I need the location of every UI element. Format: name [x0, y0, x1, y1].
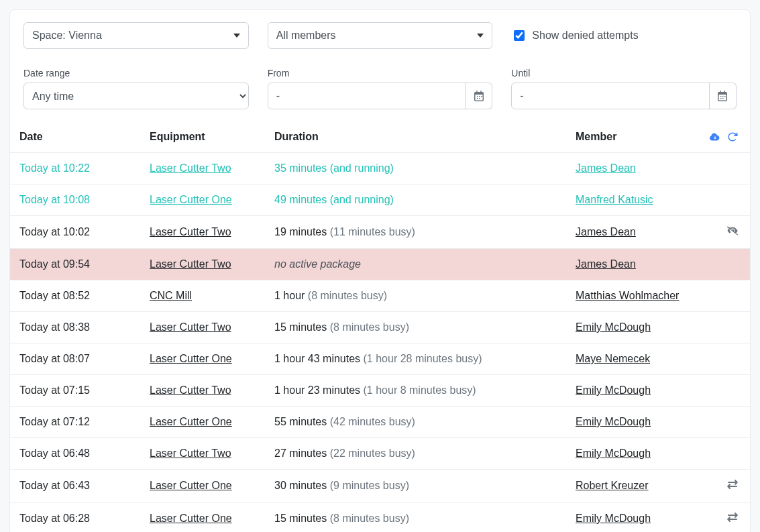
- equipment-cell: Laser Cutter Two: [142, 153, 266, 184]
- member-link[interactable]: James Dean: [576, 258, 636, 270]
- equipment-cell: Laser Cutter Two: [142, 312, 266, 343]
- equipment-cell: Laser Cutter One: [142, 407, 266, 438]
- duration-cell: 1 hour 23 minutes (1 hour 8 minutes busy…: [266, 375, 567, 407]
- member-link[interactable]: Emily McDough: [576, 384, 651, 396]
- filters-row-1: Space: Vienna All members Show denied at…: [10, 22, 750, 121]
- from-calendar-button[interactable]: [466, 83, 492, 109]
- date-cell: Today at 08:07: [10, 343, 142, 375]
- date-cell: Today at 07:15: [10, 375, 142, 407]
- until-label: Until: [511, 68, 737, 78]
- member-link[interactable]: Maye Nemecek: [576, 353, 650, 364]
- show-denied-label[interactable]: Show denied attempts: [532, 30, 638, 42]
- table-row: Today at 06:28Laser Cutter One15 minutes…: [10, 502, 750, 533]
- equipment-link[interactable]: Laser Cutter One: [150, 513, 232, 524]
- actions-cell: [702, 216, 750, 249]
- equipment-link[interactable]: Laser Cutter Two: [150, 384, 231, 396]
- equipment-cell: CNC Mill: [142, 280, 266, 312]
- daterange-label: Date range: [23, 68, 249, 78]
- members-select[interactable]: All members: [268, 22, 493, 49]
- actions-cell: [702, 249, 750, 280]
- activity-table: Date Equipment Duration Member Today at …: [10, 121, 750, 532]
- equipment-link[interactable]: Laser Cutter One: [150, 353, 232, 364]
- equipment-link[interactable]: Laser Cutter One: [150, 480, 232, 491]
- member-cell: Matthias Wohlmacher: [567, 280, 702, 312]
- table-row: Today at 06:48Laser Cutter Two27 minutes…: [10, 438, 750, 470]
- actions-cell: [702, 407, 750, 438]
- member-link[interactable]: Emily McDough: [576, 447, 651, 459]
- from-input[interactable]: [268, 83, 466, 109]
- duration-cell: 19 minutes (11 minutes busy): [266, 216, 567, 249]
- actions-cell: [702, 280, 750, 312]
- equipment-cell: Laser Cutter One: [142, 502, 266, 533]
- col-equipment-header: Equipment: [142, 121, 266, 153]
- equipment-cell: Laser Cutter Two: [142, 249, 266, 280]
- equipment-link[interactable]: Laser Cutter One: [150, 416, 232, 427]
- date-cell: Today at 10:22: [10, 153, 142, 184]
- member-cell: Emily McDough: [567, 375, 702, 407]
- until-input[interactable]: [511, 83, 710, 109]
- date-cell: Today at 10:08: [10, 184, 142, 216]
- download-icon[interactable]: [710, 131, 720, 142]
- eye-off-icon[interactable]: [727, 225, 738, 236]
- equipment-cell: Laser Cutter One: [142, 470, 266, 502]
- date-cell: Today at 07:12: [10, 407, 142, 438]
- actions-cell: [702, 343, 750, 375]
- space-select-label: Space: Vienna: [32, 30, 102, 42]
- member-cell: Emily McDough: [567, 407, 702, 438]
- equipment-cell: Laser Cutter One: [142, 343, 266, 375]
- equipment-link[interactable]: Laser Cutter Two: [150, 226, 231, 237]
- member-cell: Emily McDough: [567, 312, 702, 343]
- col-duration-header: Duration: [266, 121, 567, 153]
- duration-cell: 15 minutes (8 minutes busy): [266, 502, 567, 533]
- equipment-cell: Laser Cutter One: [142, 184, 266, 216]
- member-link[interactable]: James Dean: [576, 226, 636, 237]
- swap-icon[interactable]: [727, 479, 738, 490]
- chevron-down-icon: [233, 34, 240, 38]
- member-cell: James Dean: [567, 249, 702, 280]
- equipment-cell: Laser Cutter Two: [142, 375, 266, 407]
- equipment-link[interactable]: Laser Cutter Two: [150, 162, 231, 174]
- table-row: Today at 06:43Laser Cutter One30 minutes…: [10, 470, 750, 502]
- equipment-link[interactable]: Laser Cutter Two: [150, 321, 231, 333]
- activity-card: Space: Vienna All members Show denied at…: [9, 9, 751, 532]
- equipment-link[interactable]: Laser Cutter Two: [150, 447, 231, 459]
- duration-cell: 1 hour 43 minutes (1 hour 28 minutes bus…: [266, 343, 567, 375]
- daterange-select[interactable]: Any time: [23, 83, 249, 109]
- show-denied-checkbox[interactable]: [514, 30, 525, 41]
- date-cell: Today at 08:38: [10, 312, 142, 343]
- duration-cell: 30 minutes (9 minutes busy): [266, 470, 567, 502]
- equipment-link[interactable]: Laser Cutter One: [150, 194, 232, 205]
- actions-cell: [702, 502, 750, 533]
- until-calendar-button[interactable]: [710, 83, 737, 109]
- chevron-down-icon: [477, 34, 484, 38]
- equipment-cell: Laser Cutter Two: [142, 438, 266, 470]
- member-cell: Emily McDough: [567, 438, 702, 470]
- member-link[interactable]: Matthias Wohlmacher: [576, 290, 679, 301]
- date-cell: Today at 06:43: [10, 470, 142, 502]
- col-member-header: Member: [567, 121, 702, 153]
- member-link[interactable]: James Dean: [576, 162, 636, 174]
- member-cell: James Dean: [567, 216, 702, 249]
- swap-icon[interactable]: [727, 512, 738, 523]
- member-link[interactable]: Emily McDough: [576, 513, 651, 524]
- refresh-icon[interactable]: [727, 131, 738, 142]
- member-link[interactable]: Emily McDough: [576, 416, 651, 427]
- duration-cell: no active package: [266, 249, 567, 280]
- member-link[interactable]: Robert Kreuzer: [576, 480, 649, 491]
- table-row: Today at 07:15Laser Cutter Two1 hour 23 …: [10, 375, 750, 407]
- equipment-link[interactable]: CNC Mill: [150, 290, 192, 301]
- actions-cell: [702, 312, 750, 343]
- member-link[interactable]: Emily McDough: [576, 321, 651, 333]
- table-row: Today at 08:52CNC Mill1 hour (8 minutes …: [10, 280, 750, 312]
- date-cell: Today at 06:48: [10, 438, 142, 470]
- date-cell: Today at 09:54: [10, 249, 142, 280]
- actions-cell: [702, 438, 750, 470]
- space-select[interactable]: Space: Vienna: [23, 22, 249, 49]
- member-link[interactable]: Manfred Katusic: [576, 194, 653, 205]
- table-row: Today at 08:07Laser Cutter One1 hour 43 …: [10, 343, 750, 375]
- actions-cell: [702, 470, 750, 502]
- duration-cell: 15 minutes (8 minutes busy): [266, 312, 567, 343]
- equipment-link[interactable]: Laser Cutter Two: [150, 258, 231, 270]
- date-cell: Today at 08:52: [10, 280, 142, 312]
- members-select-label: All members: [276, 30, 336, 42]
